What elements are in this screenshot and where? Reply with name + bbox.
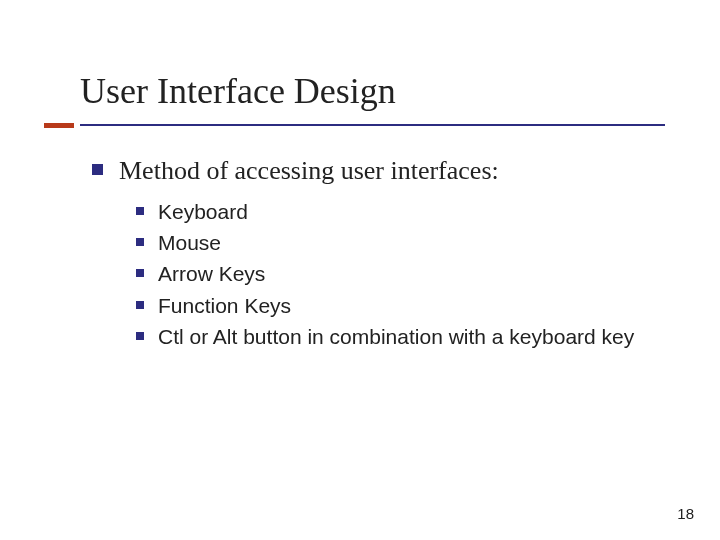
square-bullet-icon (136, 301, 144, 309)
sub-bullet-list: Keyboard Mouse Arrow Keys Function Keys … (92, 198, 665, 350)
bullet-level1-text: Method of accessing user interfaces: (119, 154, 499, 188)
bullet-level2: Function Keys (136, 292, 665, 319)
square-bullet-icon (136, 269, 144, 277)
square-bullet-icon (136, 207, 144, 215)
bullet-level2: Ctl or Alt button in combination with a … (136, 323, 665, 350)
bullet-level2-text: Ctl or Alt button in combination with a … (158, 323, 634, 350)
bullet-level1: Method of accessing user interfaces: (92, 154, 665, 188)
square-bullet-icon (136, 332, 144, 340)
title-accent-bar (44, 123, 74, 128)
bullet-level2-text: Function Keys (158, 292, 291, 319)
bullet-level2-text: Arrow Keys (158, 260, 265, 287)
content-area: Method of accessing user interfaces: Key… (80, 154, 665, 350)
title-block: User Interface Design (80, 70, 665, 126)
slide-title: User Interface Design (80, 70, 665, 122)
title-underline (80, 124, 665, 126)
square-bullet-icon (92, 164, 103, 175)
bullet-level2: Arrow Keys (136, 260, 665, 287)
bullet-level2: Mouse (136, 229, 665, 256)
square-bullet-icon (136, 238, 144, 246)
slide: User Interface Design Method of accessin… (0, 0, 720, 540)
bullet-level2: Keyboard (136, 198, 665, 225)
bullet-level2-text: Mouse (158, 229, 221, 256)
page-number: 18 (677, 505, 694, 522)
bullet-level2-text: Keyboard (158, 198, 248, 225)
